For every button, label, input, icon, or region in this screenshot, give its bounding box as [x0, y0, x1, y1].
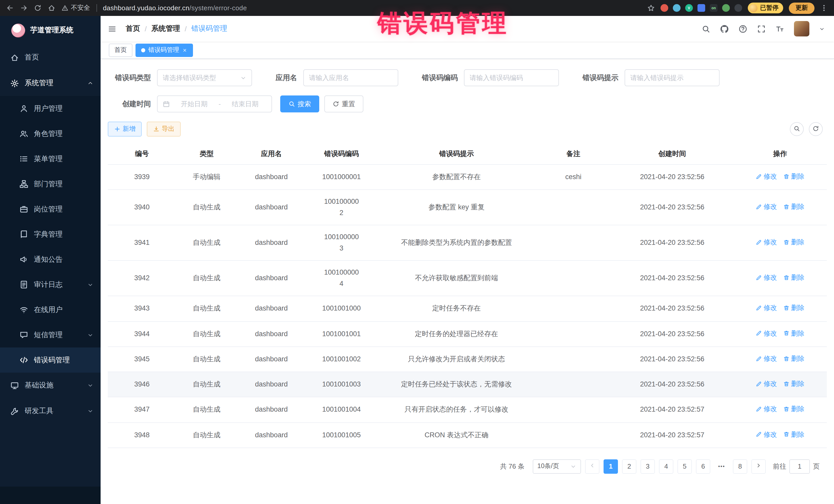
- error-hint-input[interactable]: 请输入错误码提示: [624, 69, 720, 86]
- page-button-1[interactable]: 1: [603, 459, 618, 474]
- add-button[interactable]: 新增: [108, 122, 142, 136]
- browser-menu-icon[interactable]: [820, 4, 828, 12]
- next-page-button[interactable]: [751, 459, 766, 474]
- edit-button[interactable]: 修改: [756, 303, 777, 314]
- avatar-chevron-down-icon[interactable]: [819, 26, 825, 31]
- table-row-3944: 3944自动生成dashboard1001001001定时任务的处理器已经存在2…: [108, 321, 827, 347]
- sidebar-collapse-icon[interactable]: [108, 24, 116, 33]
- sidebar-item-系统管理[interactable]: 系统管理: [0, 70, 101, 96]
- delete-button[interactable]: 删除: [783, 171, 805, 182]
- close-icon[interactable]: [182, 47, 187, 52]
- browser-forward-icon[interactable]: [20, 4, 28, 12]
- edit-button[interactable]: 修改: [756, 201, 777, 213]
- delete-button[interactable]: 删除: [783, 328, 805, 339]
- sidebar-item-审计日志[interactable]: 审计日志: [0, 272, 101, 297]
- app-name-input[interactable]: 请输入应用名: [303, 69, 398, 86]
- app-logo[interactable]: 芋道管理系统: [0, 16, 101, 45]
- delete-button[interactable]: 删除: [783, 353, 805, 365]
- reset-button[interactable]: 重置: [324, 95, 364, 112]
- page-button-2[interactable]: 2: [622, 459, 636, 474]
- sidebar-item-首页[interactable]: 首页: [0, 45, 101, 70]
- export-button[interactable]: 导出: [147, 122, 181, 136]
- browser-home-icon[interactable]: [48, 4, 56, 12]
- date-range-picker[interactable]: 开始日期 - 结束日期: [157, 95, 272, 112]
- toggle-search-button[interactable]: [790, 122, 804, 136]
- sidebar-item-岗位管理[interactable]: 岗位管理: [0, 197, 101, 222]
- edit-button[interactable]: 修改: [756, 378, 777, 390]
- delete-button[interactable]: 删除: [783, 429, 805, 440]
- fullscreen-icon[interactable]: [757, 24, 766, 33]
- edit-button[interactable]: 修改: [756, 404, 777, 415]
- edit-button[interactable]: 修改: [756, 272, 777, 283]
- sidebar-item-短信管理[interactable]: 短信管理: [0, 322, 101, 348]
- sidebar-item-基础设施[interactable]: 基础设施: [0, 373, 101, 398]
- font-size-icon[interactable]: [775, 24, 784, 33]
- browser-refresh-icon[interactable]: [34, 4, 42, 12]
- breadcrumb-item-系统管理[interactable]: 系统管理: [151, 24, 180, 34]
- extension-grid-icon[interactable]: [698, 4, 705, 12]
- help-icon[interactable]: [739, 24, 747, 33]
- cell-created: 2021-04-20 23:52:56: [611, 190, 733, 225]
- delete-button[interactable]: 删除: [783, 237, 805, 248]
- page-button-8[interactable]: 8: [733, 459, 747, 474]
- delete-button[interactable]: 删除: [783, 201, 805, 213]
- tab-错误码管理[interactable]: 错误码管理: [135, 43, 193, 57]
- tab-首页[interactable]: 首页: [109, 43, 132, 57]
- sidebar-item-角色管理[interactable]: 角色管理: [0, 121, 101, 146]
- chevron-down-icon: [87, 332, 93, 338]
- sidebar-item-错误码管理[interactable]: 错误码管理: [0, 348, 101, 373]
- browser-update-button[interactable]: 更新: [789, 2, 814, 14]
- page-size-select[interactable]: 10条/页: [533, 459, 581, 474]
- extension-on-icon[interactable]: on: [710, 4, 718, 12]
- page-button-3[interactable]: 3: [640, 459, 655, 474]
- delete-button[interactable]: 删除: [783, 404, 805, 415]
- sidebar-item-用户管理[interactable]: 用户管理: [0, 96, 101, 121]
- sidebar-item-在线用户[interactable]: 在线用户: [0, 297, 101, 322]
- cell-code: 1001001005: [306, 422, 377, 448]
- edit-button[interactable]: 修改: [756, 353, 777, 365]
- error-code-input[interactable]: 请输入错误码编码: [464, 69, 559, 86]
- cell-operations: 修改删除: [733, 225, 827, 261]
- page-button-6[interactable]: 6: [696, 459, 710, 474]
- breadcrumb-item-首页[interactable]: 首页: [126, 24, 140, 34]
- sidebar-item-字典管理[interactable]: 字典管理: [0, 222, 101, 247]
- delete-button[interactable]: 删除: [783, 303, 805, 314]
- delete-button[interactable]: 删除: [783, 272, 805, 283]
- cell-created: 2021-04-20 23:52:57: [611, 397, 733, 423]
- cell-code: 1001000001: [306, 165, 377, 190]
- delete-button[interactable]: 删除: [783, 378, 805, 390]
- page-button-5[interactable]: 5: [678, 459, 692, 474]
- error-type-select[interactable]: 请选择错误码类型: [157, 69, 252, 86]
- security-indicator[interactable]: 不安全: [62, 4, 90, 12]
- edit-button[interactable]: 修改: [756, 171, 777, 182]
- sidebar-item-部门管理[interactable]: 部门管理: [0, 171, 101, 197]
- header-search-icon[interactable]: [702, 24, 710, 33]
- edit-button[interactable]: 修改: [756, 328, 777, 339]
- url-bar[interactable]: dashboard.yudao.iocoder.cn/system/error-…: [103, 4, 247, 12]
- github-icon[interactable]: [720, 24, 729, 33]
- cell-app: dashboard: [237, 372, 305, 397]
- profile-paused-badge[interactable]: 已暂停: [748, 3, 783, 13]
- user-avatar[interactable]: [794, 21, 809, 37]
- bookmark-star-icon[interactable]: [647, 4, 655, 12]
- edit-button[interactable]: 修改: [756, 429, 777, 440]
- extension-vue-icon[interactable]: V: [685, 4, 693, 12]
- pagination-ellipsis[interactable]: •••: [715, 459, 729, 474]
- extension-teal-icon[interactable]: [673, 4, 681, 12]
- prev-page-button[interactable]: [585, 459, 599, 474]
- extension-dark-icon[interactable]: [734, 4, 742, 12]
- extension-red-icon[interactable]: [660, 4, 668, 12]
- org-tree-icon: [20, 180, 28, 188]
- sidebar-item-菜单管理[interactable]: 菜单管理: [0, 146, 101, 171]
- edit-button[interactable]: 修改: [756, 237, 777, 248]
- browser-back-icon[interactable]: [6, 4, 14, 12]
- refresh-table-button[interactable]: [809, 122, 823, 136]
- app-name-placeholder: 请输入应用名: [309, 73, 393, 82]
- sidebar-item-通知公告[interactable]: 通知公告: [0, 247, 101, 272]
- sidebar-item-研发工具[interactable]: 研发工具: [0, 398, 101, 424]
- goto-page-input[interactable]: 1: [789, 459, 810, 474]
- extension-green-icon[interactable]: [722, 4, 730, 12]
- search-button[interactable]: 搜索: [280, 95, 319, 112]
- cell-hint: 参数配置不存在: [377, 165, 535, 190]
- page-button-4[interactable]: 4: [659, 459, 673, 474]
